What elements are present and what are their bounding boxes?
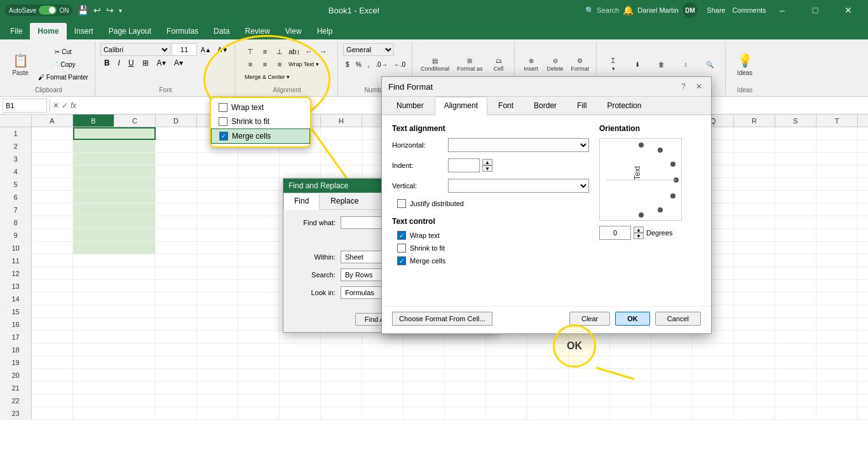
indent-decrease-button[interactable]: ← [302, 46, 316, 57]
cell-k21[interactable] [486, 382, 527, 394]
cell-a16[interactable] [32, 318, 73, 331]
cell-q12[interactable] [734, 267, 775, 280]
cell-i19[interactable] [403, 356, 445, 369]
cell-c1[interactable] [156, 127, 197, 140]
merge-checkbox[interactable]: ✓ [219, 132, 228, 141]
cell-k22[interactable] [486, 394, 527, 407]
cell-s3[interactable] [817, 153, 858, 165]
cell-g22[interactable] [321, 394, 362, 407]
cell-q22[interactable] [734, 394, 775, 407]
cell-d11[interactable] [197, 254, 238, 267]
quick-access-more[interactable]: ▾ [119, 7, 122, 14]
cell-t15[interactable] [858, 305, 868, 318]
notification-icon[interactable]: 🔔 [623, 5, 634, 15]
cell-r17[interactable] [775, 331, 817, 343]
maximize-button[interactable]: □ [801, 0, 830, 20]
cell-b23[interactable] [73, 407, 156, 420]
cell-t2[interactable] [858, 140, 868, 153]
row-header-16[interactable]: 16 [0, 318, 32, 331]
cell-g3[interactable] [321, 153, 362, 165]
cell-p23[interactable] [693, 407, 734, 420]
cell-f18[interactable] [280, 343, 321, 356]
underline-button[interactable]: U [125, 57, 138, 69]
cell-r20[interactable] [775, 369, 817, 382]
cell-q15[interactable] [734, 305, 775, 318]
cell-o22[interactable] [651, 394, 693, 407]
cell-b15[interactable] [73, 305, 156, 318]
cell-r11[interactable] [775, 254, 817, 267]
row-header-1[interactable]: 1 [0, 127, 32, 140]
tab-review[interactable]: Review [237, 23, 277, 39]
cell-q10[interactable] [734, 242, 775, 254]
replace-tab[interactable]: Replace [320, 193, 369, 209]
cell-e8[interactable] [238, 216, 280, 229]
cell-r2[interactable] [775, 140, 817, 153]
cell-b19[interactable] [73, 356, 156, 369]
cell-t12[interactable] [858, 267, 868, 280]
shrink-to-fit-checkbox[interactable] [397, 244, 406, 253]
cell-a10[interactable] [32, 242, 73, 254]
dropdown-wrap-text[interactable]: Wrap text [211, 101, 310, 114]
cell-t10[interactable] [858, 242, 868, 254]
cell-s19[interactable] [817, 356, 858, 369]
cell-r14[interactable] [775, 293, 817, 305]
cell-h21[interactable] [362, 382, 403, 394]
cell-g17[interactable] [321, 331, 362, 343]
cell-m19[interactable] [569, 356, 610, 369]
cell-e12[interactable] [238, 267, 280, 280]
cell-e13[interactable] [238, 280, 280, 293]
cell-a9[interactable] [32, 229, 73, 242]
cell-t7[interactable] [858, 204, 868, 216]
cell-q8[interactable] [734, 216, 775, 229]
cell-c23[interactable] [156, 407, 197, 420]
cell-c10[interactable] [156, 242, 197, 254]
cell-l21[interactable] [527, 382, 569, 394]
cell-g23[interactable] [321, 407, 362, 420]
ff-tab-alignment[interactable]: Alignment [435, 97, 487, 115]
cell-g21[interactable] [321, 382, 362, 394]
col-header-u[interactable]: U [858, 114, 868, 127]
row-header-9[interactable]: 9 [0, 229, 32, 242]
cell-g1[interactable] [321, 127, 362, 140]
cell-a6[interactable] [32, 191, 73, 204]
font-size-input[interactable] [172, 43, 197, 56]
cell-d6[interactable] [197, 191, 238, 204]
cell-f22[interactable] [280, 394, 321, 407]
justify-distributed-checkbox[interactable] [397, 199, 406, 208]
cell-q17[interactable] [734, 331, 775, 343]
align-middle-button[interactable]: ≡ [258, 46, 272, 57]
cell-r19[interactable] [775, 356, 817, 369]
cell-f3[interactable] [280, 153, 321, 165]
cell-c14[interactable] [156, 293, 197, 305]
cell-j19[interactable] [445, 356, 486, 369]
cell-s9[interactable] [817, 229, 858, 242]
cell-b22[interactable] [73, 394, 156, 407]
cell-reference-box[interactable]: B1 [3, 99, 47, 113]
cell-r23[interactable] [775, 407, 817, 420]
cell-b4[interactable] [73, 165, 156, 178]
cell-e9[interactable] [238, 229, 280, 242]
cell-e22[interactable] [238, 394, 280, 407]
cell-s6[interactable] [817, 191, 858, 204]
cell-c22[interactable] [156, 394, 197, 407]
cell-s22[interactable] [817, 394, 858, 407]
cell-o18[interactable] [651, 343, 693, 356]
cell-s4[interactable] [817, 165, 858, 178]
cell-a5[interactable] [32, 178, 73, 191]
align-left-button[interactable]: ≡ [243, 59, 257, 70]
cell-r3[interactable] [775, 153, 817, 165]
cell-d8[interactable] [197, 216, 238, 229]
cell-f20[interactable] [280, 369, 321, 382]
cell-f23[interactable] [280, 407, 321, 420]
tab-formulas[interactable]: Formulas [159, 23, 206, 39]
cell-e21[interactable] [238, 382, 280, 394]
cell-t6[interactable] [858, 191, 868, 204]
cell-b5[interactable] [73, 178, 156, 191]
cell-q1[interactable] [734, 127, 775, 140]
cell-q21[interactable] [734, 382, 775, 394]
cell-j22[interactable] [445, 394, 486, 407]
row-header-23[interactable]: 23 [0, 407, 32, 420]
cell-c5[interactable] [156, 178, 197, 191]
wrap-text-dropdown[interactable]: Wrap text Shrink to fit ✓ Merge cells [210, 97, 311, 148]
cell-k23[interactable] [486, 407, 527, 420]
